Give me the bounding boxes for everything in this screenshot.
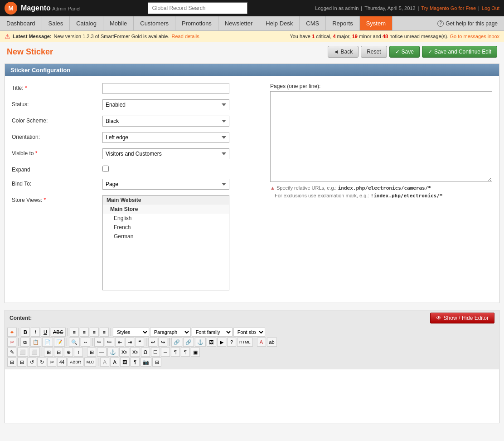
toolbar-html-button[interactable]: HTML bbox=[237, 338, 253, 347]
toolbar-font-color-button[interactable]: A bbox=[257, 338, 266, 347]
list-item[interactable]: Main Store bbox=[103, 205, 229, 214]
toolbar-undo-button[interactable]: ↩ bbox=[148, 338, 157, 347]
toolbar-unlink-button[interactable]: 🔗 bbox=[183, 338, 194, 347]
font-family-select[interactable]: Font family bbox=[192, 328, 233, 337]
toolbar-link-button[interactable]: 🔗 bbox=[171, 338, 182, 347]
show-hide-editor-button[interactable]: 👁 Show / Hide Editor bbox=[430, 313, 494, 323]
toolbar-highlight-button[interactable]: ab bbox=[267, 338, 277, 347]
search-input[interactable] bbox=[148, 2, 247, 14]
toolbar-rotate-right-button[interactable]: ↻ bbox=[37, 358, 46, 367]
status-select[interactable]: Enabled Disabled bbox=[102, 99, 229, 110]
toolbar-cut-button[interactable]: ✂ bbox=[7, 338, 16, 347]
logout-link[interactable]: Log Out bbox=[482, 5, 499, 11]
toolbar-find-button[interactable]: 🔍 bbox=[69, 338, 80, 347]
nav-item-customers[interactable]: Customers bbox=[134, 16, 175, 30]
toolbar-style3-button[interactable]: ¶ bbox=[131, 358, 140, 367]
toolbar-subscript-button[interactable]: Xs bbox=[119, 348, 129, 357]
nav-item-catalog[interactable]: Catalog bbox=[70, 16, 103, 30]
store-views-list[interactable]: Main Website Main Store English French G… bbox=[102, 195, 229, 290]
toolbar-media-button[interactable]: ▶ bbox=[217, 338, 226, 347]
toolbar-superscript-button[interactable]: Xs bbox=[130, 348, 140, 357]
search-bar[interactable] bbox=[148, 2, 247, 14]
toolbar-annotate-button[interactable]: 44 bbox=[57, 358, 67, 367]
toolbar-format-A-button[interactable]: A bbox=[100, 358, 109, 367]
nav-item-sales[interactable]: Sales bbox=[42, 16, 70, 30]
orientation-select[interactable]: Left edge Right edge Top Bottom bbox=[102, 132, 229, 143]
toolbar-indent-button[interactable]: ⇥ bbox=[125, 338, 134, 347]
nav-item-newsletter[interactable]: Newsletter bbox=[218, 16, 259, 30]
paragraph-select[interactable]: Paragraph bbox=[150, 328, 191, 337]
bind-to-select[interactable]: Page Category Product bbox=[102, 179, 229, 190]
nav-item-reports[interactable]: Reports bbox=[326, 16, 360, 30]
toolbar-table2-button[interactable]: ⊞ bbox=[152, 358, 161, 367]
toolbar-unordered-list-button[interactable]: ≔ bbox=[94, 338, 104, 347]
toolbar-align-center-button[interactable]: ≡ bbox=[80, 328, 89, 337]
nav-item-promotions[interactable]: Promotions bbox=[175, 16, 218, 30]
list-item[interactable]: Main Website bbox=[103, 196, 229, 205]
toolbar-blocks-button[interactable]: ¶ bbox=[181, 348, 190, 357]
font-size-select[interactable]: Font size bbox=[233, 328, 265, 337]
toolbar-align-right-button[interactable]: ≡ bbox=[90, 328, 99, 337]
toolbar-paste-text-button[interactable]: 📄 bbox=[42, 338, 53, 347]
back-button[interactable]: ◄ Back bbox=[328, 46, 359, 58]
inbox-link[interactable]: Go to messages inbox bbox=[450, 34, 499, 39]
toolbar-style1-button[interactable]: ABBR bbox=[68, 358, 83, 367]
nav-item-system[interactable]: System bbox=[360, 16, 393, 30]
toolbar-btn2[interactable]: ⬜ bbox=[29, 348, 40, 357]
toolbar-copy-button[interactable]: ⧉ bbox=[20, 338, 29, 347]
toolbar-pilcrow-button[interactable]: ¶ bbox=[171, 348, 180, 357]
toolbar-format-A2-button[interactable]: A bbox=[110, 358, 119, 367]
toolbar-zoom2-button[interactable]: ⊟ bbox=[17, 358, 26, 367]
reset-button[interactable]: Reset bbox=[361, 46, 387, 58]
toolbar-replace-button[interactable]: ↔ bbox=[81, 338, 90, 347]
toolbar-bold-button[interactable]: B bbox=[21, 328, 30, 337]
toolbar-rotate-left-button[interactable]: ↺ bbox=[27, 358, 36, 367]
toolbar-img-button[interactable]: 🖼 bbox=[120, 358, 130, 367]
toolbar-charmap-button[interactable]: ☐ bbox=[151, 348, 160, 357]
expand-checkbox[interactable] bbox=[102, 166, 109, 172]
toolbar-crop-button[interactable]: ✂ bbox=[47, 358, 56, 367]
pages-textarea[interactable] bbox=[270, 91, 492, 182]
editor-area[interactable] bbox=[5, 369, 499, 423]
toolbar-align-left-button[interactable]: ≡ bbox=[70, 328, 79, 337]
toolbar-hline-button[interactable]: ─ bbox=[161, 348, 170, 357]
list-item[interactable]: English bbox=[103, 214, 229, 223]
title-input[interactable] bbox=[102, 83, 229, 94]
toolbar-btn1[interactable]: ⬜ bbox=[17, 348, 28, 357]
toolbar-mceu-button[interactable]: ✦ bbox=[7, 328, 17, 337]
toolbar-hr-button[interactable]: — bbox=[97, 348, 107, 357]
toolbar-help-button[interactable]: ? bbox=[227, 338, 236, 347]
color-scheme-select[interactable]: Black White Red Blue Green bbox=[102, 116, 229, 127]
list-item[interactable]: French bbox=[103, 223, 229, 232]
toolbar-btn4[interactable]: ⊟ bbox=[54, 348, 63, 357]
styles-select[interactable]: Styles bbox=[113, 328, 149, 337]
toolbar-table-button[interactable]: ⊞ bbox=[87, 348, 96, 357]
toolbar-blockquote-button[interactable]: ❝ bbox=[135, 338, 144, 347]
nav-item-helpdesk[interactable]: Help Desk bbox=[259, 16, 300, 30]
toolbar-anchor-button[interactable]: ⚓ bbox=[195, 338, 206, 347]
save-button[interactable]: ✓ Save bbox=[389, 46, 420, 58]
list-item[interactable]: German bbox=[103, 232, 229, 241]
toolbar-ordered-list-button[interactable]: ≔ bbox=[105, 338, 114, 347]
toolbar-anchor2-button[interactable]: ⚓ bbox=[107, 348, 118, 357]
toolbar-btn3[interactable]: ⊞ bbox=[44, 348, 53, 357]
toolbar-edit-button[interactable]: ✎ bbox=[7, 348, 16, 357]
toolbar-image-button[interactable]: 🖼 bbox=[207, 338, 216, 347]
toolbar-underline-button[interactable]: U bbox=[41, 328, 50, 337]
nav-item-dashboard[interactable]: Dashboard bbox=[0, 16, 42, 30]
toolbar-show-blocks-button[interactable]: ▣ bbox=[191, 348, 200, 357]
toolbar-img2-button[interactable]: 📷 bbox=[141, 358, 151, 367]
nav-help[interactable]: ? Get help for this page bbox=[431, 16, 504, 30]
toolbar-btn6[interactable]: ≀ bbox=[74, 348, 83, 357]
toolbar-outdent-button[interactable]: ⇤ bbox=[115, 338, 124, 347]
nav-item-cms[interactable]: CMS bbox=[300, 16, 326, 30]
toolbar-paste-word-button[interactable]: 📝 bbox=[54, 338, 65, 347]
save-continue-button[interactable]: ✓ Save and Continue Edit bbox=[422, 46, 497, 58]
toolbar-strikethrough-button[interactable]: ABC bbox=[51, 328, 66, 337]
visible-to-select[interactable]: Visitors and Customers Visitors only Cus… bbox=[102, 148, 229, 159]
toolbar-zoom-button[interactable]: ⊞ bbox=[7, 358, 16, 367]
toolbar-omega-button[interactable]: Ω bbox=[141, 348, 150, 357]
toolbar-italic-button[interactable]: I bbox=[31, 328, 40, 337]
nav-item-mobile[interactable]: Mobile bbox=[103, 16, 134, 30]
read-details-link[interactable]: Read details bbox=[172, 34, 199, 39]
